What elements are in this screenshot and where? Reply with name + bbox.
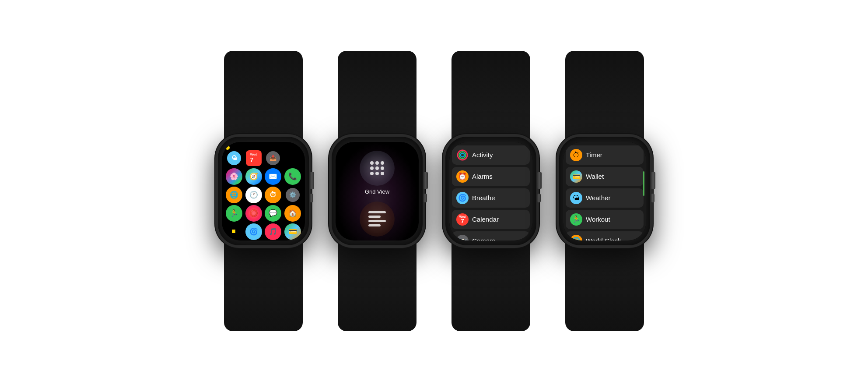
app-icon-breathe[interactable]: 🌀 <box>245 223 262 240</box>
band-top-1 <box>224 51 303 138</box>
list-view-circle[interactable] <box>360 202 395 237</box>
app-icon-wallet[interactable]: 💳 <box>284 223 301 240</box>
list-item-worldclock[interactable]: 🌐 World Clock <box>566 231 644 241</box>
list-item-wallet[interactable]: 💳 Wallet <box>566 167 644 186</box>
watch-crown-1[interactable] <box>310 172 314 189</box>
band-top-2 <box>338 51 416 138</box>
grid-view-option[interactable]: Grid View <box>360 151 395 195</box>
app-icon-phone[interactable]: 📞 <box>284 168 301 185</box>
activity-icon <box>456 149 469 161</box>
list-item-weather[interactable]: 🌤 Weather <box>566 188 644 208</box>
dot-indicator <box>232 230 236 234</box>
list-item-camera[interactable]: 📷 Camera <box>452 231 530 241</box>
timer-label: Timer <box>586 151 602 159</box>
watch-body-3: Activity ⏰ Alarms 🌀 Breathe <box>443 134 539 248</box>
camera-icon: 📷 <box>456 235 469 241</box>
app-icon-maps[interactable]: 🧭 <box>245 168 262 185</box>
weather-label: Weather <box>586 194 610 202</box>
band-top-3 <box>452 51 530 138</box>
band-bottom-3 <box>452 244 530 331</box>
app-icon-settings[interactable]: ⚙️ <box>286 188 300 202</box>
wallet-icon: 💳 <box>570 170 582 183</box>
list-item-breathe[interactable]: 🌀 Breathe <box>452 188 530 208</box>
workout-icon: 🏃 <box>570 213 582 226</box>
wallet-label: Wallet <box>586 173 604 180</box>
band-bottom-1 <box>224 244 303 331</box>
notification-dot <box>225 145 230 150</box>
watch-screen-4: ⏱ Timer 💳 Wallet 🌤 Weather <box>563 142 646 241</box>
calendar-icon: Wed 7 <box>456 213 469 226</box>
app-icon-activity-rings[interactable]: ⭕ <box>245 205 262 222</box>
list-lines-icon <box>368 211 386 226</box>
watch-side-button-4[interactable] <box>651 194 654 202</box>
alarms-icon: ⏰ <box>456 170 469 183</box>
calendar-label: Calendar <box>472 216 499 223</box>
watch-4: ⏱ Timer 💳 Wallet 🌤 Weather <box>556 134 653 248</box>
band-bottom-4 <box>565 244 644 331</box>
worldclock-icon: 🌐 <box>570 235 582 241</box>
band-bottom-2 <box>338 244 416 331</box>
app-list-screen-4: ⏱ Timer 💳 Wallet 🌤 Weather <box>563 142 646 241</box>
watch-crown-3[interactable] <box>537 172 542 189</box>
app-icon-home[interactable]: 🏠 <box>284 205 301 222</box>
watch-crown-2[interactable] <box>424 172 428 189</box>
list-item-workout[interactable]: 🏃 Workout <box>566 210 644 229</box>
app-icon-weather[interactable]: 🌤 <box>227 151 241 165</box>
list-view-option[interactable]: List View <box>360 202 395 241</box>
timer-icon: ⏱ <box>570 149 582 161</box>
app-icon-world[interactable]: 🌐 <box>226 187 242 203</box>
svg-point-2 <box>461 153 465 157</box>
watch-crown-4[interactable] <box>651 172 655 189</box>
watch-2: Grid View List View <box>329 134 425 248</box>
watch-side-button-1[interactable] <box>310 194 313 202</box>
list-item-timer[interactable]: ⏱ Timer <box>566 145 644 165</box>
app-icon-music[interactable]: 🎵 <box>265 223 281 240</box>
app-icon-calendar[interactable]: Wed7 <box>246 150 262 166</box>
app-list-screen-3: Activity ⏰ Alarms 🌀 Breathe <box>449 142 532 241</box>
watch-body-1: 🌤 Wed7 📥 🌸 🧭 ✉️ 📞 🌐 🕐 ⏱ ⚙️ 🏃 ⭕ <box>215 134 312 248</box>
view-select-screen: Grid View List View <box>336 142 419 241</box>
app-icon-timer[interactable]: ⏱ <box>265 187 281 203</box>
list-view-label: List View <box>366 239 388 241</box>
app-icon-photos[interactable]: 🌸 <box>226 168 242 185</box>
watch-body-4: ⏱ Timer 💳 Wallet 🌤 Weather <box>556 134 653 248</box>
app-icon-inbox[interactable]: 📥 <box>266 151 280 165</box>
grid-view-label: Grid View <box>365 188 389 195</box>
app-icon-workout[interactable]: 🏃 <box>226 205 242 222</box>
breathe-icon: 🌀 <box>456 192 469 204</box>
app-icon-mail[interactable]: ✉️ <box>265 168 281 185</box>
watch-screen-3: Activity ⏰ Alarms 🌀 Breathe <box>449 142 532 241</box>
app-icon-messages[interactable]: 💬 <box>265 205 281 222</box>
worldclock-label: World Clock <box>586 237 621 241</box>
watch-side-button-2[interactable] <box>424 194 427 202</box>
watch-body-2: Grid View List View <box>329 134 425 248</box>
watch-screen-1: 🌤 Wed7 📥 🌸 🧭 ✉️ 📞 🌐 🕐 ⏱ ⚙️ 🏃 ⭕ <box>222 142 305 241</box>
workout-label: Workout <box>586 216 610 223</box>
band-top-4 <box>565 51 644 138</box>
alarms-label: Alarms <box>472 173 493 180</box>
watch-1: 🌤 Wed7 📥 🌸 🧭 ✉️ 📞 🌐 🕐 ⏱ ⚙️ 🏃 ⭕ <box>215 134 312 248</box>
list-item-activity[interactable]: Activity <box>452 145 530 165</box>
list-item-calendar[interactable]: Wed 7 Calendar <box>452 210 530 229</box>
list-item-alarms[interactable]: ⏰ Alarms <box>452 167 530 186</box>
camera-label: Camera <box>472 237 495 241</box>
watch-3: Activity ⏰ Alarms 🌀 Breathe <box>443 134 539 248</box>
watch-side-button-3[interactable] <box>537 194 541 202</box>
watch-screen-2: Grid View List View <box>336 142 419 241</box>
app-icon-clock[interactable]: 🕐 <box>245 187 262 203</box>
grid-dots-icon <box>370 161 384 175</box>
scrollbar-indicator <box>643 171 644 196</box>
grid-view-circle[interactable] <box>360 151 395 186</box>
app-grid: 🌤 Wed7 📥 🌸 🧭 ✉️ 📞 🌐 🕐 ⏱ ⚙️ 🏃 ⭕ <box>222 142 305 241</box>
weather-icon: 🌤 <box>570 192 582 204</box>
activity-label: Activity <box>472 151 493 159</box>
breathe-label: Breathe <box>472 194 495 202</box>
